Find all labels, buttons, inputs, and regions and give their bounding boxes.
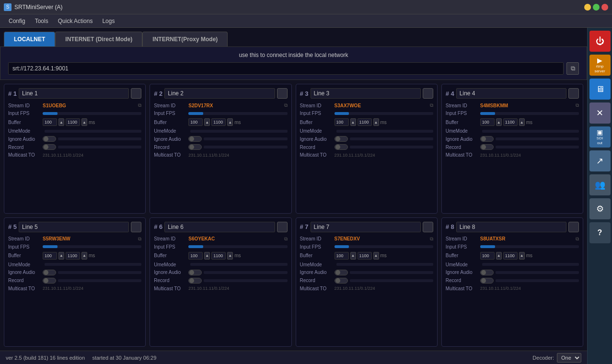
copy-url-button[interactable]: ⧉ (566, 62, 579, 75)
buffer-max-up-3[interactable]: ▲ (373, 118, 379, 126)
copy-stream-id-3[interactable]: ⧉ (430, 102, 433, 108)
buffer-min-6[interactable] (188, 252, 203, 260)
buffer-max-5[interactable] (66, 252, 80, 260)
record-toggle-6[interactable] (188, 278, 202, 284)
buffer-min-7[interactable] (335, 252, 349, 260)
ignore-audio-toggle-3[interactable] (335, 136, 348, 142)
buffer-max-up-4[interactable]: ▲ (519, 118, 525, 126)
line-toggle-4[interactable] (568, 88, 579, 99)
record-toggle-4[interactable] (480, 144, 494, 150)
tab-internet-direct[interactable]: INTERNET (Direct Mode) (55, 32, 142, 46)
menu-logs[interactable]: Logs (97, 16, 119, 26)
line-name-input-1[interactable] (19, 88, 129, 99)
buffer-max-up-5[interactable]: ▲ (81, 252, 87, 260)
ignore-audio-toggle-5[interactable] (43, 270, 56, 275)
buffer-min-up-1[interactable]: ▲ (58, 118, 64, 126)
umemode-row-1: UmeMode (8, 128, 141, 134)
ignore-audio-toggle-6[interactable] (188, 270, 202, 275)
main-layout: LOCALNET INTERNET (Direct Mode) INTERNET… (0, 28, 612, 364)
minimize-button[interactable]: − (584, 4, 591, 11)
tab-internet-proxy[interactable]: INTERNET(Proxy Mode) (142, 32, 228, 46)
buffer-max-3[interactable] (358, 118, 372, 126)
buffer-min-up-8[interactable]: ▲ (496, 252, 502, 260)
ignore-audio-toggle-1[interactable] (43, 136, 56, 142)
buffer-min-8[interactable] (480, 252, 495, 260)
tab-localnet[interactable]: LOCALNET (4, 32, 55, 46)
copy-stream-id-4[interactable]: ⧉ (576, 102, 579, 108)
ignore-audio-toggle-8[interactable] (480, 270, 494, 275)
copy-stream-id-2[interactable]: ⧉ (284, 102, 288, 108)
help-button[interactable]: ? (589, 222, 611, 243)
settings-button[interactable]: ⚙ (589, 198, 611, 219)
line-name-input-4[interactable] (456, 88, 566, 99)
close-button[interactable]: ✕ (601, 4, 608, 11)
buffer-min-up-6[interactable]: ▲ (204, 252, 210, 260)
share-button[interactable]: ↗ (589, 150, 611, 171)
decoder-select[interactable]: Ona One (557, 353, 581, 363)
buffer-max-8[interactable] (503, 252, 518, 260)
record-row-1: Record (8, 144, 141, 150)
maximize-button[interactable]: □ (593, 4, 600, 11)
people-button[interactable]: 👥 (589, 174, 611, 195)
line-name-input-8[interactable] (456, 222, 566, 232)
line-toggle-3[interactable] (423, 88, 433, 99)
connection-url-input[interactable] (8, 62, 564, 75)
buffer-max-up-2[interactable]: ▲ (227, 118, 233, 126)
menu-config[interactable]: Config (4, 16, 30, 26)
rtmp-server-button[interactable]: ▶ rtmp server (589, 55, 611, 76)
line-toggle-2[interactable] (277, 88, 288, 99)
window-title: SRTMiniServer (A) (14, 4, 584, 11)
record-toggle-7[interactable] (335, 278, 348, 284)
ignore-audio-toggle-4[interactable] (480, 136, 494, 142)
buffer-max-1[interactable] (66, 118, 80, 126)
line-name-input-6[interactable] (164, 222, 275, 232)
copy-stream-id-8[interactable]: ⧉ (576, 236, 579, 242)
record-toggle-1[interactable] (43, 144, 56, 150)
sdi-out-button[interactable]: ▣ SDI out (589, 126, 611, 148)
buffer-max-up-8[interactable]: ▲ (519, 252, 525, 260)
buffer-min-up-5[interactable]: ▲ (58, 252, 64, 260)
tab-bar: LOCALNET INTERNET (Direct Mode) INTERNET… (0, 28, 587, 46)
buffer-max-4[interactable] (503, 118, 518, 126)
buffer-min-2[interactable] (188, 118, 203, 126)
line-toggle-8[interactable] (568, 222, 579, 232)
buffer-min-up-3[interactable]: ▲ (350, 118, 356, 126)
tools-button[interactable]: ✕ (589, 102, 611, 124)
record-toggle-5[interactable] (43, 278, 56, 284)
copy-stream-id-6[interactable]: ⧉ (284, 236, 288, 242)
buffer-min-up-4[interactable]: ▲ (496, 118, 502, 126)
buffer-max-7[interactable] (358, 252, 372, 260)
power-button[interactable]: ⏻ (589, 31, 611, 52)
line-toggle-6[interactable] (277, 222, 288, 232)
record-toggle-2[interactable] (188, 144, 202, 150)
record-toggle-3[interactable] (335, 144, 348, 150)
buffer-min-1[interactable] (43, 118, 57, 126)
line-name-input-3[interactable] (311, 88, 421, 99)
fps-row-8: Input FPS (446, 244, 579, 250)
line-toggle-7[interactable] (423, 222, 433, 232)
line-name-input-7[interactable] (311, 222, 421, 232)
copy-stream-id-5[interactable]: ⧉ (138, 236, 141, 242)
buffer-min-up-7[interactable]: ▲ (350, 252, 356, 260)
buffer-min-4[interactable] (480, 118, 495, 126)
ignore-audio-toggle-7[interactable] (335, 270, 348, 275)
ignore-audio-toggle-2[interactable] (188, 136, 202, 142)
menu-tools[interactable]: Tools (30, 16, 53, 26)
monitor-button[interactable]: 🖥 (589, 79, 611, 100)
buffer-max-up-1[interactable]: ▲ (81, 118, 87, 126)
line-toggle-5[interactable] (131, 222, 141, 232)
buffer-min-5[interactable] (43, 252, 57, 260)
buffer-min-up-2[interactable]: ▲ (204, 118, 210, 126)
line-name-input-2[interactable] (164, 88, 275, 99)
copy-stream-id-1[interactable]: ⧉ (138, 102, 141, 108)
menu-quick-actions[interactable]: Quick Actions (53, 16, 98, 26)
copy-stream-id-7[interactable]: ⧉ (430, 236, 433, 242)
buffer-min-3[interactable] (335, 118, 349, 126)
record-toggle-8[interactable] (480, 278, 494, 284)
buffer-max-2[interactable] (211, 118, 226, 126)
buffer-max-up-7[interactable]: ▲ (373, 252, 379, 260)
buffer-max-6[interactable] (211, 252, 226, 260)
buffer-max-up-6[interactable]: ▲ (227, 252, 233, 260)
line-name-input-5[interactable] (19, 222, 129, 232)
line-toggle-1[interactable] (131, 88, 141, 99)
